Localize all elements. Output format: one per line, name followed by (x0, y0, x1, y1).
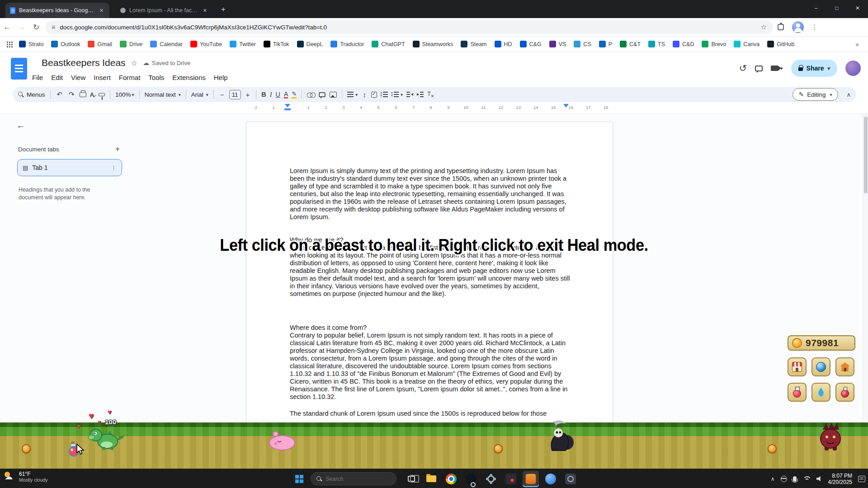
version-history-icon[interactable]: ↺ (739, 63, 747, 74)
bookmark-item[interactable]: C&G (520, 41, 542, 47)
hud-button[interactable] (835, 383, 854, 402)
hud-button[interactable] (788, 383, 807, 402)
menu-item[interactable]: Edit (47, 72, 67, 83)
scrollbar[interactable] (863, 114, 868, 422)
right-margin-marker[interactable] (563, 104, 569, 108)
scrollbar-thumb[interactable] (864, 117, 868, 193)
taskbar-app-button[interactable] (443, 471, 459, 487)
menus-search-button[interactable]: Menus (18, 91, 45, 98)
clock[interactable]: 8:07 PM 4/20/2025 (828, 473, 852, 485)
weather-widget[interactable]: ☁ 61°F Mostly cloudy (4, 471, 48, 483)
back-arrow-icon[interactable]: ← (16, 120, 25, 131)
imp-beast[interactable] (816, 420, 844, 451)
tab-options-icon[interactable]: ⋮ (111, 164, 117, 171)
pink-blob-beast[interactable] (268, 431, 297, 450)
hide-menus-icon[interactable]: ∧ (846, 91, 851, 98)
italic-button[interactable]: I (270, 91, 272, 99)
bookmark-item[interactable]: YouTube (190, 41, 222, 47)
bookmark-item[interactable]: GitHub (767, 41, 794, 47)
search-input[interactable] (326, 476, 384, 482)
taskbar-app-button[interactable] (423, 471, 439, 487)
print-icon[interactable] (80, 92, 86, 97)
decrease-indent-icon[interactable] (406, 92, 413, 97)
highlight-button[interactable]: ✎ (292, 91, 297, 99)
bold-button[interactable]: B (261, 91, 266, 98)
docs-logo[interactable] (11, 58, 27, 80)
bookmark-item[interactable]: Twitter (230, 41, 256, 47)
extensions-icon[interactable] (778, 24, 784, 30)
paragraph-style-select[interactable]: Normal text ▾ (145, 91, 181, 98)
bulleted-list-icon[interactable] (381, 92, 388, 97)
increase-font-icon[interactable]: + (245, 91, 251, 99)
comments-icon[interactable] (755, 66, 763, 71)
tune-icon[interactable]: ≡ (52, 23, 55, 31)
menu-item[interactable]: File (28, 72, 47, 83)
text-color-button[interactable]: A (284, 91, 288, 99)
line-spacing-icon[interactable]: ↕ (361, 91, 368, 99)
bookmarks-overflow-icon[interactable]: » (853, 41, 862, 48)
bookmark-item[interactable]: Outlook (51, 41, 80, 47)
hud-button[interactable] (811, 357, 830, 376)
menu-item[interactable]: Help (210, 72, 232, 83)
document-page[interactable]: Lorem Ipsum is simply dummy text of the … (246, 122, 613, 422)
bookmark-item[interactable]: C&D (673, 41, 694, 47)
url-bar[interactable]: ≡ docs.google.com/document/d/1u0X1sl0bKs… (45, 20, 773, 34)
bookmark-item[interactable]: ChatGPT (372, 41, 405, 47)
add-comment-icon[interactable] (319, 92, 326, 97)
new-tab-button[interactable]: + (218, 5, 228, 14)
microphone-icon[interactable] (793, 476, 797, 482)
paint-format-icon[interactable] (99, 93, 105, 96)
menu-item[interactable]: Insert (90, 72, 115, 83)
forward-icon[interactable]: → (14, 23, 29, 32)
checklist-icon[interactable] (371, 92, 377, 98)
bookmark-item[interactable]: Drive (120, 41, 142, 47)
decrease-font-icon[interactable]: − (219, 91, 226, 99)
account-avatar[interactable] (845, 61, 861, 76)
bookmark-item[interactable]: Gmail (88, 41, 112, 47)
skeleton-beast[interactable] (545, 419, 576, 451)
bookmark-item[interactable]: VS (549, 41, 566, 47)
bookmark-item[interactable]: Steam (461, 41, 486, 47)
close-tab-icon[interactable]: ✕ (202, 7, 208, 14)
wifi-icon[interactable] (802, 476, 811, 482)
clear-formatting-icon[interactable]: T✕ (427, 90, 434, 99)
bookmark-item[interactable]: Traductor (330, 41, 364, 47)
star-doc-icon[interactable]: ☆ (131, 59, 137, 67)
font-size-field[interactable]: 11 (229, 90, 241, 99)
increase-indent-icon[interactable] (417, 92, 424, 97)
bookmark-item[interactable]: Canva (734, 41, 760, 47)
menu-item[interactable]: Format (115, 72, 145, 83)
taskbar-app-button[interactable] (562, 471, 579, 487)
taskbar-search[interactable] (311, 472, 396, 485)
maximize-button[interactable]: □ (826, 0, 847, 16)
close-window-button[interactable]: ✕ (847, 0, 868, 16)
taskbar-app-button[interactable] (523, 471, 539, 487)
volume-icon[interactable] (816, 476, 822, 482)
coin-marker[interactable] (22, 444, 31, 453)
taskbar-app-button[interactable] (503, 471, 519, 487)
bookmark-item[interactable]: DeepL (297, 41, 323, 47)
bookmark-item[interactable]: Strato (19, 41, 43, 47)
bookmark-item[interactable]: CS (574, 41, 591, 47)
profile-avatar[interactable] (792, 21, 804, 33)
bookmark-item[interactable]: Calendar (150, 41, 183, 47)
menu-item[interactable]: Extensions (168, 72, 209, 83)
left-margin-marker[interactable] (285, 104, 290, 108)
undo-icon[interactable]: ↶ (56, 90, 64, 99)
coin-marker[interactable] (768, 444, 777, 453)
add-tab-icon[interactable]: + (115, 145, 120, 154)
bookmark-item[interactable]: Steamworks (413, 41, 453, 47)
close-tab-icon[interactable]: ✕ (98, 7, 105, 14)
reload-icon[interactable]: ↻ (29, 23, 43, 32)
sidebar-item-tab1[interactable]: ▤ Tab 1 ⋮ (17, 159, 122, 176)
bookmark-item[interactable]: Brevo (702, 41, 726, 47)
hud-button[interactable] (835, 357, 854, 376)
bookmark-star-icon[interactable]: ☆ (761, 23, 767, 31)
notifications-icon[interactable] (858, 476, 865, 482)
spellcheck-icon[interactable]: A✓ (90, 91, 95, 98)
browser-menu-icon[interactable]: ⋮ (807, 23, 821, 31)
back-icon[interactable]: ← (0, 23, 14, 32)
minimize-button[interactable]: – (806, 0, 826, 16)
underline-button[interactable]: U (276, 91, 280, 98)
meet-button[interactable]: ▾ (771, 66, 783, 71)
